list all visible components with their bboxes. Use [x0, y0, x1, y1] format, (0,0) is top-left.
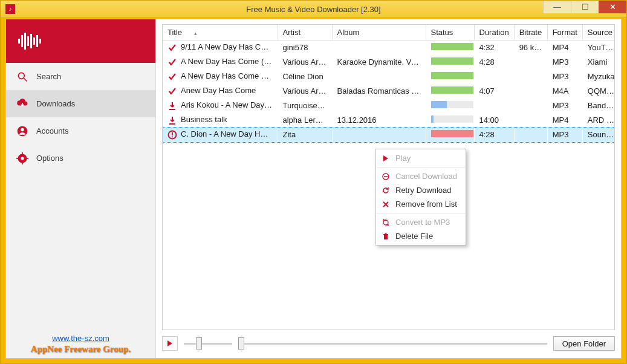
cell-status	[426, 84, 474, 99]
ctx-remove-from-list[interactable]: Remove from List	[376, 197, 466, 211]
cell-duration: 4:28	[474, 128, 514, 142]
cell-source: BandC...	[582, 99, 615, 113]
downloading-icon	[167, 101, 177, 111]
cell-status	[426, 55, 474, 70]
context-menu: Play Cancel Download Retry Download Remo…	[375, 149, 466, 245]
ctx-delete-file[interactable]: Delete File	[376, 229, 466, 243]
sidebar: Search Downloads Accounts Options	[6, 19, 156, 358]
sidebar-item-downloads[interactable]: Downloads	[6, 90, 155, 117]
check-icon	[167, 72, 177, 82]
cell-album: Karaoke Dynamite, Vol. 23	[332, 55, 426, 70]
cell-status	[426, 99, 474, 113]
cell-artist: alpha Lernen	[278, 113, 332, 128]
table-row[interactable]: 9/11 A New Day Has Comegini5784:3296 kbp…	[163, 41, 615, 55]
header-status[interactable]: Status	[426, 25, 474, 41]
sidebar-item-accounts[interactable]: Accounts	[6, 117, 155, 145]
cell-source: ARD M...	[582, 113, 615, 128]
cell-album	[332, 128, 426, 142]
svg-line-9	[24, 78, 27, 81]
cell-duration	[474, 99, 514, 113]
cell-album: Baladas Romanticas - In...	[332, 84, 426, 99]
svg-rect-17	[26, 158, 28, 159]
cell-status	[426, 128, 474, 142]
cell-title: 9/11 A New Day Has Come	[181, 42, 276, 51]
svg-rect-7	[39, 39, 41, 44]
maximize-button[interactable]: ☐	[571, 1, 599, 13]
cell-bitrate	[514, 128, 547, 142]
cell-format: MP3	[547, 55, 582, 70]
seek-slider[interactable]	[238, 336, 547, 351]
cell-format: MP3	[547, 70, 582, 84]
grid-header: Title▴ Artist Album Status Duration Bitr…	[163, 25, 615, 41]
cell-source: YouTube	[582, 41, 615, 55]
remove-icon	[381, 200, 391, 209]
cell-status	[426, 70, 474, 84]
svg-rect-1	[21, 35, 23, 47]
header-duration[interactable]: Duration	[474, 25, 514, 41]
volume-slider[interactable]	[184, 336, 232, 351]
trash-icon	[381, 232, 391, 241]
sidebar-item-search[interactable]: Search	[6, 63, 155, 90]
sidebar-label-accounts: Accounts	[36, 126, 68, 135]
titlebar[interactable]: ♪ Free Music & Video Downloader [2.30] —…	[1, 1, 626, 18]
header-title[interactable]: Title▴	[163, 25, 278, 41]
cancel-icon	[381, 172, 391, 181]
header-artist[interactable]: Artist	[278, 25, 332, 41]
table-row[interactable]: Anew Day Has ComeVarious ArtistsBaladas …	[163, 84, 615, 99]
appnee-watermark: AppNee Freeware Group.	[6, 344, 155, 354]
svg-point-8	[18, 73, 24, 79]
cell-album	[332, 70, 426, 84]
player-bar: Open Folder	[162, 335, 615, 352]
cell-format: M4A	[547, 84, 582, 99]
cell-artist: Various Artists	[278, 84, 332, 99]
link-website[interactable]: www.the-sz.com	[52, 334, 109, 343]
sidebar-label-downloads: Downloads	[36, 99, 75, 108]
svg-point-13	[21, 157, 24, 160]
open-folder-button[interactable]: Open Folder	[553, 336, 615, 351]
ctx-play[interactable]: Play	[376, 151, 466, 165]
table-row[interactable]: Business talkalpha Lernen13.12.201614:00…	[163, 113, 615, 128]
cell-bitrate	[514, 84, 547, 99]
svg-rect-27	[384, 235, 388, 239]
sidebar-label-options: Options	[36, 154, 63, 163]
table-row[interactable]: A New Day Has Come (Karao...Various Arti…	[163, 55, 615, 70]
table-row[interactable]: C. Dion - A New Day Has Co...Zita4:28MP3…	[163, 128, 615, 142]
table-row[interactable]: Aris Kokou - A New Day Is C...Turquoise-…	[163, 99, 615, 113]
header-bitrate[interactable]: Bitrate	[514, 25, 547, 41]
user-icon	[16, 125, 29, 138]
search-icon	[16, 70, 29, 83]
svg-rect-29	[385, 233, 387, 234]
header-source[interactable]: Source	[582, 25, 615, 41]
play-button[interactable]	[162, 336, 178, 351]
ctx-retry-download[interactable]: Retry Download	[376, 183, 466, 197]
ctx-cancel-download[interactable]: Cancel Download	[376, 169, 466, 183]
svg-rect-28	[383, 234, 388, 235]
sidebar-item-options[interactable]: Options	[6, 145, 155, 172]
cell-title: A New Day Has Come (Karao...	[181, 57, 278, 66]
svg-rect-5	[33, 37, 35, 45]
close-button[interactable]: ✕	[599, 1, 626, 13]
retry-icon	[381, 186, 391, 195]
cell-duration: 14:00	[474, 113, 514, 128]
ctx-convert-to-mp3[interactable]: Convert to MP3	[376, 215, 466, 229]
cell-artist: Various Artists	[278, 55, 332, 70]
cell-album	[332, 41, 426, 55]
app-window: ♪ Free Music & Video Downloader [2.30] —…	[0, 0, 627, 364]
svg-rect-2	[24, 33, 26, 50]
cell-duration: 4:28	[474, 55, 514, 70]
svg-rect-3	[27, 36, 29, 46]
svg-rect-14	[22, 152, 23, 155]
app-logo-icon	[17, 30, 44, 52]
header-format[interactable]: Format	[547, 25, 582, 41]
gear-icon	[16, 152, 29, 165]
separator	[377, 213, 465, 213]
cell-album: 13.12.2016	[332, 113, 426, 128]
cell-artist: gini578	[278, 41, 332, 55]
minimize-button[interactable]: —	[543, 1, 571, 13]
svg-point-22	[172, 136, 173, 137]
downloading-icon	[167, 115, 177, 125]
check-icon	[167, 43, 177, 53]
cell-bitrate: 96 kbps	[514, 41, 547, 55]
header-album[interactable]: Album	[332, 25, 426, 41]
table-row[interactable]: A New Day Has Come Rick ...Céline DionMP…	[163, 70, 615, 84]
